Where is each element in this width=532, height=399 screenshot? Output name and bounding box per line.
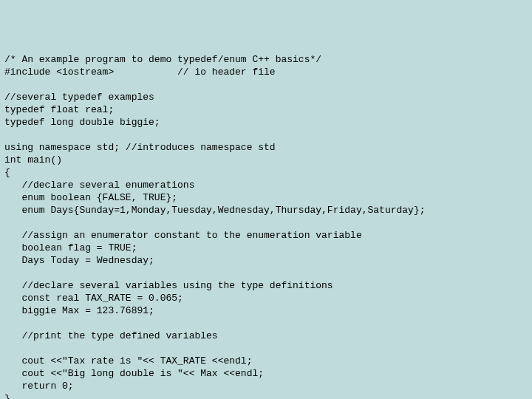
code-line: Days Today = Wednesday; bbox=[4, 255, 154, 266]
code-line: enum Days{Sunday=1,Monday,Tuesday,Wednes… bbox=[4, 205, 426, 216]
code-line: boolean flag = TRUE; bbox=[4, 242, 137, 253]
code-line: enum boolean {FALSE, TRUE}; bbox=[4, 192, 177, 203]
code-line: int main() bbox=[4, 154, 62, 166]
code-line: //declare several enumerations bbox=[4, 180, 194, 191]
code-line: typedef float real; bbox=[4, 104, 114, 115]
code-line: using namespace std; //introduces namesp… bbox=[4, 142, 276, 153]
code-line: cout <<"Tax rate is "<< TAX_RATE <<endl; bbox=[4, 355, 252, 366]
code-line: { bbox=[4, 167, 10, 178]
code-line: //declare several variables using the ty… bbox=[4, 280, 333, 291]
code-line: /* An example program to demo typedef/en… bbox=[4, 54, 321, 65]
code-line: biggie Max = 123.76891; bbox=[4, 305, 154, 316]
code-line: //assign an enumerator constant to the e… bbox=[4, 230, 362, 241]
code-line: return 0; bbox=[4, 381, 74, 392]
code-line: //several typedef examples bbox=[4, 92, 154, 103]
code-line: const real TAX_RATE = 0.065; bbox=[4, 293, 183, 304]
code-line: #include <iostream> // io header file bbox=[4, 66, 276, 78]
code-line: cout <<"Big long double is "<< Max <<end… bbox=[4, 368, 264, 379]
code-line: } bbox=[4, 393, 10, 399]
code-line: typedef long double biggie; bbox=[4, 117, 160, 128]
code-block: /* An example program to demo typedef/en… bbox=[4, 53, 528, 399]
code-line: //print the type defined variables bbox=[4, 330, 218, 341]
